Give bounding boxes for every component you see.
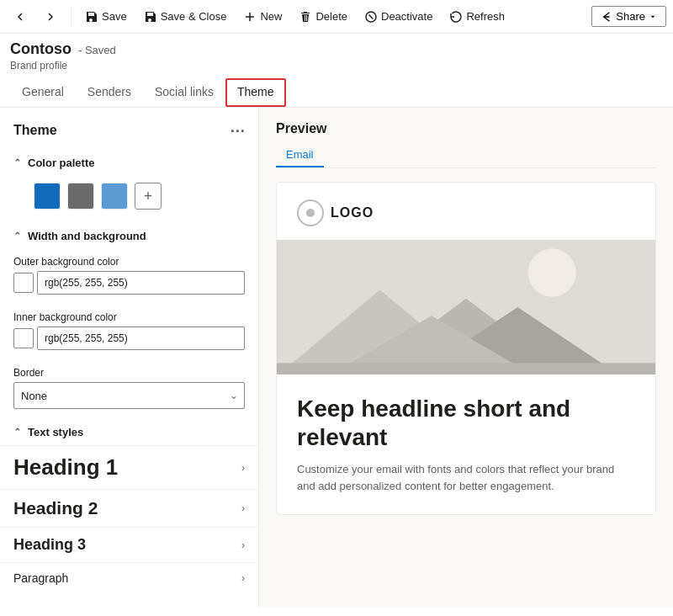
preview-title: Preview	[276, 121, 656, 136]
breadcrumb: Brand profile	[10, 60, 663, 72]
heading-3-label: Heading 3	[13, 536, 86, 554]
heading-2-item[interactable]: Heading 2 ›	[0, 489, 258, 527]
panel-title: Theme	[13, 123, 57, 138]
text-styles-list: Heading 1 › Heading 2 › Heading 3 › Para…	[0, 445, 258, 600]
header: Contoso - Saved Brand profile	[0, 34, 673, 72]
new-button[interactable]: New	[236, 7, 289, 27]
inner-bg-field: Inner background color	[0, 305, 258, 360]
outer-bg-input[interactable]	[37, 271, 245, 295]
border-select-wrap: None Solid Dashed Dotted ⌄	[13, 382, 245, 409]
tab-general[interactable]: General	[10, 78, 76, 107]
theme-panel: Theme ⋯ ⌃ Color palette + ⌃ Width and ba…	[0, 108, 259, 608]
inner-bg-row	[13, 327, 245, 350]
back-button[interactable]	[7, 7, 34, 27]
email-headline: Keep headline short and relevant	[277, 395, 655, 451]
tab-social-links[interactable]: Social links	[143, 78, 225, 107]
outer-bg-row	[13, 271, 245, 295]
record-name: Contoso	[10, 40, 72, 58]
color-swatches: +	[0, 176, 258, 223]
record-title: Contoso - Saved	[10, 40, 663, 58]
heading-1-item[interactable]: Heading 1 ›	[0, 445, 258, 489]
chevron-right-icon-4: ›	[241, 572, 245, 584]
panel-menu-button[interactable]: ⋯	[230, 121, 245, 140]
chevron-right-icon-3: ›	[241, 539, 245, 551]
swatch-blue[interactable]	[34, 183, 61, 210]
inner-bg-input[interactable]	[37, 327, 245, 350]
swatch-light-blue[interactable]	[101, 183, 128, 210]
tab-theme[interactable]: Theme	[225, 78, 286, 107]
toolbar-separator	[71, 7, 72, 27]
share-button[interactable]: Share	[591, 6, 666, 27]
text-styles-section-header[interactable]: ⌃ Text styles	[0, 419, 258, 445]
saved-indicator: - Saved	[78, 44, 116, 56]
preview-panel: Preview Email LOGO	[259, 108, 673, 608]
color-palette-section-header[interactable]: ⌃ Color palette	[0, 150, 258, 176]
svg-point-2	[528, 248, 576, 296]
paragraph-item[interactable]: Paragraph ›	[0, 562, 258, 593]
email-hero-image	[277, 240, 655, 374]
chevron-down-icon-4: ⌃	[13, 427, 21, 438]
outer-bg-label: Outer background color	[13, 256, 245, 268]
deactivate-button[interactable]: Deactivate	[358, 7, 439, 27]
heading-3-item[interactable]: Heading 3 ›	[0, 527, 258, 562]
main-content: Theme ⋯ ⌃ Color palette + ⌃ Width and ba…	[0, 108, 673, 608]
border-select[interactable]: None Solid Dashed Dotted	[13, 382, 245, 409]
preview-tab-email[interactable]: Email	[276, 143, 324, 167]
email-logo-row: LOGO	[277, 183, 655, 240]
refresh-button[interactable]: Refresh	[442, 7, 511, 27]
logo-inner-circle	[306, 209, 315, 217]
chevron-down-icon: ⌃	[13, 157, 21, 168]
tab-senders[interactable]: Senders	[76, 78, 143, 107]
toolbar: Save Save & Close New Delete Deactivate …	[0, 0, 673, 34]
heading-1-label: Heading 1	[13, 454, 118, 481]
delete-button[interactable]: Delete	[292, 7, 354, 27]
preview-tabs: Email	[276, 143, 656, 168]
swatch-gray[interactable]	[67, 183, 94, 210]
email-body: Customize your email with fonts and colo…	[277, 461, 655, 514]
save-button[interactable]: Save	[78, 7, 134, 27]
width-background-section-header[interactable]: ⌃ Width and background	[0, 223, 258, 249]
add-swatch-button[interactable]: +	[135, 183, 162, 210]
logo-text: LOGO	[331, 205, 374, 220]
border-label: Border	[13, 367, 245, 379]
text-styles-label: Text styles	[28, 426, 83, 438]
panel-header: Theme ⋯	[0, 108, 258, 150]
border-field: Border None Solid Dashed Dotted ⌄	[0, 360, 258, 419]
chevron-right-icon-2: ›	[241, 502, 245, 514]
nav-tabs: General Senders Social links Theme	[0, 72, 673, 108]
color-palette-label: Color palette	[28, 157, 94, 169]
chevron-right-icon-1: ›	[241, 462, 245, 474]
inner-bg-color-swatch[interactable]	[13, 328, 34, 348]
logo-icon	[297, 199, 324, 226]
outer-bg-color-swatch[interactable]	[13, 273, 34, 293]
email-preview-card: LOGO Keep headline short	[276, 182, 656, 515]
outer-bg-field: Outer background color	[0, 249, 258, 305]
save-close-button[interactable]: Save & Close	[137, 7, 234, 27]
forward-button[interactable]	[37, 7, 64, 27]
heading-2-label: Heading 2	[13, 498, 98, 518]
paragraph-label: Paragraph	[13, 571, 68, 585]
svg-rect-7	[277, 363, 655, 374]
width-background-label: Width and background	[28, 230, 146, 242]
chevron-down-icon-2: ⌃	[13, 231, 21, 242]
inner-bg-label: Inner background color	[13, 311, 245, 323]
